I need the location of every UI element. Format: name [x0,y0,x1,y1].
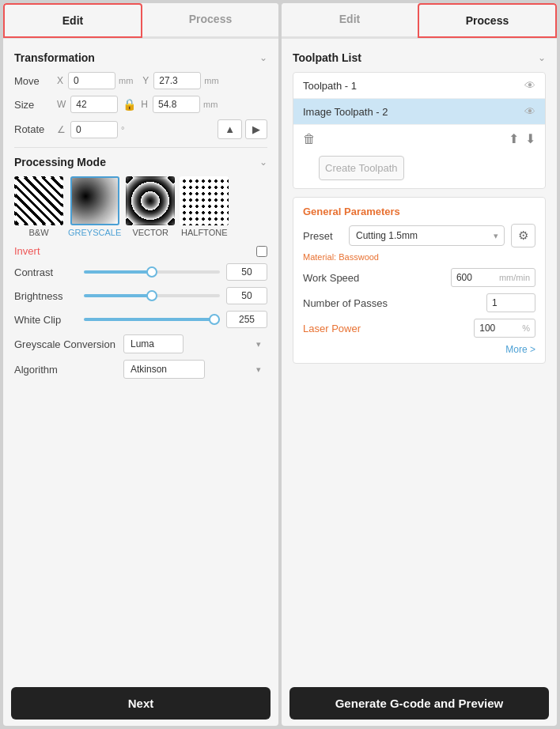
greyscale-conversion-row: Greyscale Conversion Luma Average Lumino… [14,334,267,353]
mode-greyscale[interactable]: GREYSCALE [68,176,121,237]
x-input[interactable] [68,72,115,89]
passes-label: Number of Passes [303,297,480,309]
algorithm-wrap: Atkinson Floyd-Steinberg Jarvis Stucki [123,360,267,379]
laser-power-input-wrap: % [474,319,535,338]
lock-icon[interactable]: 🔒 [123,98,136,111]
rotate-input[interactable] [70,121,118,138]
material-label: Material: Basswood [303,252,535,262]
laser-power-input[interactable] [475,319,522,337]
preset-row: Preset Cutting 1.5mm Cutting 3mm Engravi… [303,224,535,247]
contrast-label: Contrast [14,266,78,278]
rotate-row: Rotate ∠ ° ▲ ▶ [14,119,267,139]
delete-toolpath-icon[interactable]: 🗑 [303,132,316,146]
preset-dropdown-wrap: Cutting 1.5mm Cutting 3mm Engraving [349,225,505,246]
y-input[interactable] [153,72,201,89]
contrast-input[interactable] [226,263,267,281]
brightness-slider[interactable] [84,294,220,297]
greyscale-thumbnail [70,176,119,225]
laser-power-unit: % [522,323,535,333]
vector-label: VECTOR [132,228,168,237]
toolpath-name-1: Toolpath - 1 [303,80,357,92]
toolpath-list-chevron[interactable]: ⌄ [538,52,546,63]
w-input[interactable] [70,96,118,113]
white-clip-input[interactable] [226,311,267,328]
x-unit: mm [119,76,133,85]
white-clip-slider[interactable] [84,318,220,321]
left-panel-content: Transformation ⌄ Move X mm Y mm Size W 🔒… [3,39,278,681]
gear-button[interactable]: ⚙ [511,224,535,247]
laser-power-row: Laser Power % [303,319,535,338]
toolpath-name-2: Image Toolpath - 2 [303,106,388,118]
passes-row: Number of Passes [303,293,535,312]
preset-select[interactable]: Cutting 1.5mm Cutting 3mm Engraving [349,225,505,246]
mode-halftone[interactable]: HALFTONE [180,176,229,237]
deg-unit: ° [121,125,124,134]
brightness-input[interactable] [226,287,267,304]
bw-thumbnail [14,176,63,225]
next-button[interactable]: Next [11,687,271,720]
flip-vertical-button[interactable]: ▲ [218,119,242,139]
move-down-icon[interactable]: ⬇ [525,131,535,146]
passes-input[interactable] [487,294,535,312]
size-row: Size W 🔒 H mm [14,96,267,113]
rotate-label: Rotate [14,123,54,135]
y-coord-label: Y [142,75,149,86]
toolpath-item-2[interactable]: Image Toolpath - 2 👁 [293,99,545,125]
processing-mode-section-header: Processing Mode ⌄ [14,156,267,168]
algorithm-row: Algorithm Atkinson Floyd-Steinberg Jarvi… [14,360,267,379]
y-unit: mm [204,76,218,85]
general-params-title: General Parameters [303,206,535,217]
mode-bw[interactable]: B&W [14,176,63,237]
transformation-chevron[interactable]: ⌄ [259,52,267,63]
h-coord-label: H [141,99,148,110]
flip-horizontal-button[interactable]: ▶ [245,119,267,139]
right-panel: Edit Process Toolpath List ⌄ Toolpath - … [282,3,557,726]
move-label: Move [14,75,54,87]
more-link[interactable]: More > [303,344,535,355]
work-speed-unit: mm/min [499,273,535,282]
contrast-slider[interactable] [84,270,220,274]
preset-label: Preset [303,230,342,242]
greyscale-conversion-wrap: Luma Average Luminosity [123,334,267,353]
visibility-icon-1[interactable]: 👁 [524,79,535,92]
greyscale-conversion-label: Greyscale Conversion [14,338,117,350]
mode-vector[interactable]: VECTOR [126,176,175,237]
work-speed-row: Work Speed mm/min [303,268,535,287]
tab-edit-left[interactable]: Edit [3,3,142,38]
work-speed-input[interactable] [452,269,499,286]
x-coord-label: X [57,75,63,86]
bw-label: B&W [28,228,48,237]
h-input[interactable] [153,96,200,113]
move-up-icon[interactable]: ⬆ [509,131,519,146]
tab-process-left[interactable]: Process [142,3,278,38]
invert-row: Invert [14,245,267,257]
toolpath-item-1[interactable]: Toolpath - 1 👁 [293,73,545,99]
algorithm-select[interactable]: Atkinson Floyd-Steinberg Jarvis Stucki [123,360,205,379]
white-clip-label: White Clip [14,314,78,326]
h-unit: mm [203,100,218,109]
left-panel: Edit Process Transformation ⌄ Move X mm … [3,3,278,726]
w-coord-label: W [57,99,66,110]
brightness-label: Brightness [14,290,78,302]
create-toolpath-button[interactable]: Create Toolpath [319,156,404,180]
generate-button[interactable]: Generate G-code and Preview [289,687,549,720]
visibility-icon-2[interactable]: 👁 [524,105,535,118]
toolpath-list-section-header: Toolpath List ⌄ [293,51,546,64]
greyscale-conversion-select[interactable]: Luma Average Luminosity [123,334,184,353]
contrast-row: Contrast [14,263,267,281]
toolpath-action-icons: 🗑 [303,132,316,146]
laser-power-label: Laser Power [303,323,467,334]
rotate-angle-icon: ∠ [57,124,66,135]
separator-1 [14,147,267,148]
tab-edit-right[interactable]: Edit [282,3,418,38]
move-row: Move X mm Y mm [14,72,267,89]
work-speed-input-wrap: mm/min [451,268,535,287]
halftone-thumbnail [180,176,229,225]
passes-input-wrap [486,293,535,312]
tab-process-right[interactable]: Process [418,3,557,38]
white-clip-row: White Clip [14,311,267,328]
invert-checkbox[interactable] [256,246,267,257]
processing-mode-chevron[interactable]: ⌄ [259,157,267,168]
invert-label: Invert [14,245,40,257]
right-panel-content: Toolpath List ⌄ Toolpath - 1 👁 Image Too… [282,39,557,681]
